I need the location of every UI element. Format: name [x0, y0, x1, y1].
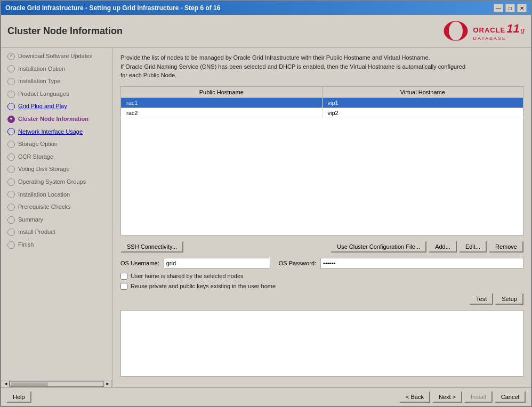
sidebar-label-installation-option: Installation Option: [18, 64, 65, 74]
reuse-keys-checkbox[interactable]: [120, 283, 127, 290]
step-icon-installation-option: [7, 65, 15, 72]
sidebar-hscroll: ◄ ►: [1, 380, 112, 387]
oracle-label: ORACLE: [473, 26, 505, 34]
sidebar-label-cluster-node: Cluster Node Information: [18, 115, 88, 124]
step-icon-voting-disk: [7, 166, 15, 173]
back-button[interactable]: < Back: [399, 391, 430, 403]
cell-rac1-public: rac1: [121, 98, 323, 108]
os-password-input[interactable]: [320, 258, 523, 268]
sidebar-item-cluster-node[interactable]: ● Cluster Node Information: [1, 113, 112, 126]
sidebar-item-installation-type: Installation Type: [1, 75, 112, 88]
use-cluster-config-button[interactable]: Use Cluster Configuration File...: [331, 241, 426, 253]
oracle-logo-icon: [441, 19, 471, 43]
oracle-brand: ORACLE 11g DATABASE: [473, 22, 525, 41]
sidebar-label-os-groups: Operating System Groups: [18, 177, 86, 187]
sidebar-label-network-interface: Network Interface Usage: [18, 127, 83, 137]
sidebar-label-install-location: Installation Location: [18, 190, 70, 200]
shared-home-label[interactable]: User home is shared by the selected node…: [131, 273, 244, 279]
desc-line2: If Oracle Grid Naming Service (GNS) has …: [120, 63, 465, 70]
main-window: Oracle Grid Infrastructure - Setting up …: [0, 0, 532, 407]
minimize-button[interactable]: —: [494, 4, 503, 12]
step-icon-install-location: [7, 191, 15, 198]
sidebar-label-grid-plug: Grid Plug and Play: [18, 102, 67, 111]
table-row-rac1[interactable]: rac1 vip1: [121, 98, 523, 108]
os-password-label: OS Password:: [279, 260, 316, 266]
version-sup: g: [521, 26, 525, 34]
cancel-button[interactable]: Cancel: [495, 391, 526, 403]
step-icon-grid-plug: [7, 103, 15, 110]
sidebar-item-grid-plug[interactable]: Grid Plug and Play: [1, 100, 112, 113]
sidebar-item-download: ✓ Download Software Updates: [1, 50, 112, 63]
scroll-left-arrow[interactable]: ◄: [2, 380, 10, 388]
bottom-right-buttons: < Back Next > Install Cancel: [399, 391, 526, 403]
step-icon-storage-option: [7, 141, 15, 148]
sidebar-label-product-languages: Product Languages: [18, 89, 69, 99]
col-header-virtual: Virtual Hostname: [323, 87, 523, 97]
step-icon-installation-type: [7, 78, 15, 85]
sidebar-item-os-groups: Operating System Groups: [1, 176, 112, 189]
help-button[interactable]: Help: [6, 391, 31, 403]
sidebar-label-download: Download Software Updates: [18, 52, 92, 61]
oracle-logo: ORACLE 11g DATABASE: [441, 19, 525, 43]
scroll-right-arrow[interactable]: ►: [104, 380, 111, 388]
sidebar-label-voting-disk: Voting Disk Storage: [18, 165, 70, 174]
remove-button[interactable]: Remove: [489, 241, 523, 253]
os-credentials-section: OS Username: OS Password:: [120, 258, 523, 268]
add-button[interactable]: Add...: [429, 241, 457, 253]
sidebar-item-product-languages: Product Languages: [1, 88, 112, 101]
sidebar-label-storage-option: Storage Option: [18, 140, 58, 149]
step-icon-finish: [7, 241, 15, 249]
reuse-keys-checkbox-row: Reuse private and public keys existing i…: [120, 283, 523, 290]
next-button[interactable]: Next >: [432, 391, 462, 403]
sidebar-item-summary: Summary: [1, 214, 112, 226]
log-area: [120, 310, 523, 377]
step-icon-ocr-storage: [7, 153, 15, 161]
window-controls: — □ ✕: [494, 4, 527, 12]
step-icon-prereq-checks: [7, 204, 15, 211]
step-icon-network-interface: [7, 128, 15, 135]
step-icon-summary: [7, 216, 15, 224]
close-button[interactable]: ✕: [517, 4, 527, 12]
sidebar-item-install-product: Install Product: [1, 226, 112, 239]
cell-rac1-virtual: vip1: [323, 98, 523, 108]
os-username-input[interactable]: [164, 258, 270, 268]
shared-home-checkbox[interactable]: [120, 273, 127, 280]
maximize-button[interactable]: □: [505, 4, 515, 12]
window-title: Oracle Grid Infrastructure - Setting up …: [5, 4, 220, 12]
hscroll-track[interactable]: [10, 381, 104, 387]
edit-button[interactable]: Edit...: [459, 241, 487, 253]
desc-line1: Provide the list of nodes to be managed …: [120, 54, 430, 61]
cell-rac2-virtual: vip2: [323, 108, 523, 118]
reuse-keys-label[interactable]: Reuse private and public keys existing i…: [131, 283, 276, 289]
sidebar-item-ocr-storage: OCR Storage: [1, 151, 112, 164]
table-button-row: SSH Connectivity... Use Cluster Configur…: [120, 241, 523, 253]
bottom-bar: Help < Back Next > Install Cancel: [1, 387, 531, 406]
step-icon-cluster-node: ●: [7, 116, 15, 123]
sidebar-label-installation-type: Installation Type: [18, 77, 60, 86]
table-row-rac2[interactable]: rac2 vip2: [121, 108, 523, 118]
main-content: ✓ Download Software Updates Installation…: [1, 48, 531, 387]
sidebar-item-storage-option: Storage Option: [1, 138, 112, 151]
svg-point-1: [449, 21, 463, 40]
sidebar-item-network-interface[interactable]: Network Interface Usage: [1, 126, 112, 139]
hscroll-thumb: [10, 382, 47, 386]
test-button[interactable]: Test: [470, 293, 493, 305]
install-button[interactable]: Install: [464, 391, 493, 403]
sidebar: ✓ Download Software Updates Installation…: [1, 48, 113, 380]
sidebar-item-installation-option: Installation Option: [1, 63, 112, 76]
step-icon-product-languages: [7, 91, 15, 98]
test-setup-row: Test Setup: [120, 293, 523, 305]
database-label: DATABASE: [473, 36, 525, 41]
sidebar-item-prereq-checks: Prerequisite Checks: [1, 201, 112, 214]
setup-button[interactable]: Setup: [495, 293, 523, 305]
sidebar-label-ocr-storage: OCR Storage: [18, 152, 53, 162]
ssh-connectivity-button[interactable]: SSH Connectivity...: [120, 241, 183, 253]
col-header-public: Public Hostname: [121, 87, 323, 97]
version-label: 11: [506, 22, 519, 36]
sidebar-label-finish: Finish: [18, 240, 34, 250]
sidebar-item-install-location: Installation Location: [1, 189, 112, 201]
cell-rac2-public: rac2: [121, 108, 323, 118]
desc-line3: for each Public Node.: [120, 72, 176, 78]
page-title: Cluster Node Information: [7, 26, 123, 37]
header-bar: Cluster Node Information ORACLE 11g DATA…: [1, 15, 531, 48]
